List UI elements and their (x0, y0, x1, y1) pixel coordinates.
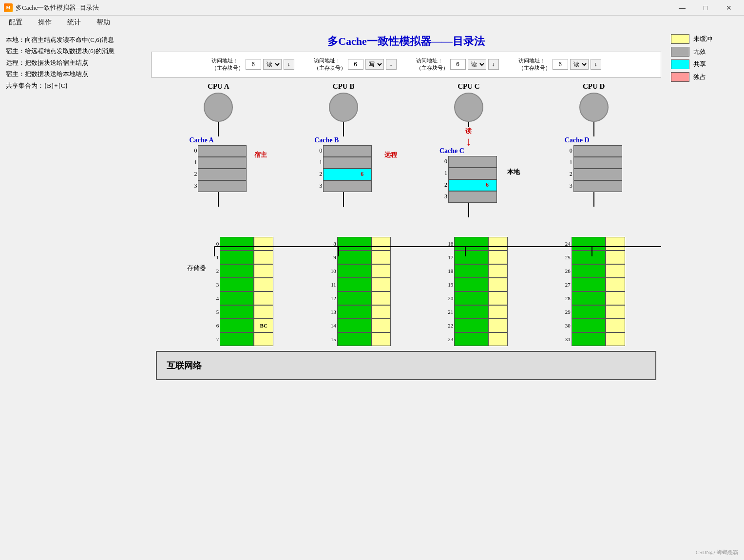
access-group-a: 访问地址：（主存块号） 读写 ↓ (211, 57, 294, 72)
access-select-c[interactable]: 读写 (468, 59, 486, 70)
cpu-d-circle (579, 93, 609, 122)
cache-c-row-2: 6 (448, 179, 497, 191)
access-input-b[interactable] (348, 59, 363, 70)
access-group-b: 访问地址：（主存块号） 读写 ↓ (314, 57, 397, 72)
mem-b-12 (337, 291, 371, 305)
memory-bus-area: 存储器 0 1 2 3 4 5 6 7 (151, 237, 661, 346)
cpu-b-circle (329, 93, 358, 122)
menu-operation[interactable]: 操作 (35, 17, 55, 28)
mem-d-30 (572, 319, 606, 332)
legend-label-shared: 共享 (693, 60, 706, 69)
cache-c-block: 0 1 26 3 (439, 156, 498, 203)
cpu-a-line (218, 122, 219, 136)
mem-d-27 (572, 278, 606, 291)
dir-b-7 (371, 332, 391, 346)
cpu-column-d: CPU D Cache D 0 1 2 3 (565, 82, 623, 217)
mem-d-28 (572, 291, 606, 305)
cache-c-row-0 (448, 156, 497, 168)
access-group-d: 访问地址：（主存块号） 读写 ↓ (518, 57, 601, 72)
maximize-button[interactable]: □ (694, 0, 717, 16)
dir-d-3 (606, 278, 625, 291)
dir-d-2 (606, 264, 625, 278)
access-input-d[interactable] (553, 59, 568, 70)
access-label-b: 访问地址：（主存块号） (314, 57, 346, 72)
dir-d-7 (606, 332, 625, 346)
center-area: 多Cache一致性模拟器——目录法 访问地址：（主存块号） 读写 ↓ 访问地址：… (146, 29, 666, 560)
mem-d-29 (572, 305, 606, 319)
access-btn-a[interactable]: ↓ (284, 59, 294, 70)
cache-b-block: 0 1 26 3 (314, 145, 373, 192)
dir-d-6 (606, 319, 625, 332)
memory-label: 存储器 (187, 264, 206, 272)
mem-a-4 (220, 291, 254, 305)
access-input-a[interactable] (246, 59, 261, 70)
cache-a-label: Cache A (189, 136, 213, 144)
cache-b-row-1 (323, 157, 372, 169)
cpu-column-b: CPU B Cache B 0 1 26 3 远程 (314, 82, 373, 217)
remote-annotation: 远程 (384, 151, 397, 159)
access-select-a[interactable]: 读写 (263, 59, 282, 70)
cache-b-row-2: 6 (323, 169, 372, 180)
bus-lines-svg (151, 237, 661, 256)
page-title: 多Cache一致性模拟器——目录法 (146, 29, 666, 52)
dir-b-4 (371, 291, 391, 305)
cpu-b-label: CPU B (333, 82, 355, 91)
mem-c-21 (454, 305, 488, 319)
cache-c-row-1 (448, 168, 497, 179)
mem-b-10 (337, 264, 371, 278)
mem-c-22 (454, 319, 488, 332)
cache-c-label: Cache C (439, 147, 464, 155)
legend-box-uncached (671, 34, 689, 44)
legend-box-invalid (671, 47, 689, 57)
cache-a-row-2 (198, 169, 247, 180)
access-btn-d[interactable]: ↓ (591, 59, 601, 70)
dir-a-4 (254, 291, 273, 305)
mem-c-19 (454, 278, 488, 291)
legend-box-shared (671, 59, 689, 69)
legend-invalid: 无效 (671, 47, 739, 57)
cache-a-block: 0 1 2 3 (189, 145, 248, 192)
mem-a-7 (220, 332, 254, 346)
menu-help[interactable]: 帮助 (94, 17, 113, 28)
cache-d-block: 0 1 2 3 (565, 145, 623, 192)
mem-b-13 (337, 305, 371, 319)
host-annotation: 宿主 (254, 151, 267, 159)
access-label-d: 访问地址：（主存块号） (518, 57, 551, 72)
dir-a-5 (254, 305, 273, 319)
mem-a-6 (220, 319, 254, 332)
access-select-b[interactable]: 读写 (365, 59, 384, 70)
watermark: CSDN@-蟑螂恶霸 (696, 549, 738, 556)
read-indicator: 读 ↓ (465, 122, 472, 147)
mem-a-5 (220, 305, 254, 319)
close-button[interactable]: ✕ (718, 0, 740, 16)
mem-a-3 (220, 278, 254, 291)
menu-config[interactable]: 配置 (6, 17, 25, 28)
mem-a-2 (220, 264, 254, 278)
local-annotation: 本地 (507, 168, 520, 176)
cache-b-label: Cache B (314, 136, 339, 144)
access-group-c: 访问地址：（主存块号） 读写 ↓ (416, 57, 499, 72)
cpu-a-label: CPU A (208, 82, 229, 91)
access-btn-b[interactable]: ↓ (386, 59, 397, 70)
access-label-c: 访问地址：（主存块号） (416, 57, 448, 72)
access-input-c[interactable] (450, 59, 466, 70)
main-area: 本地：向宿主结点发读不命中(C,6)消息 宿主：给远程结点发取数据块(6)的消息… (0, 29, 744, 560)
minimize-button[interactable]: — (671, 0, 693, 16)
status-line-4: 宿主：把数据块送给本地结点 (6, 68, 140, 79)
access-select-d[interactable]: 读写 (570, 59, 589, 70)
app-icon: M (4, 3, 13, 12)
access-btn-c[interactable]: ↓ (488, 59, 499, 70)
legend-label-invalid: 无效 (693, 47, 706, 56)
mem-b-15 (337, 332, 371, 346)
dir-b-5 (371, 305, 391, 319)
cache-a-row-0 (198, 145, 247, 157)
cpu-column-a: CPU A Cache A 0 1 2 3 宿主 (189, 82, 248, 217)
dir-c-5 (488, 305, 508, 319)
menu-stats[interactable]: 统计 (64, 17, 84, 28)
cpu-c-circle (454, 93, 483, 122)
status-line-1: 本地：向宿主结点发读不命中(C,6)消息 (6, 34, 140, 45)
mem-c-23 (454, 332, 488, 346)
cpu-cache-area: CPU A Cache A 0 1 2 3 宿主 CPU (146, 82, 666, 217)
window-title: 多Cache一致性模拟器--目录法 (16, 3, 99, 12)
cache-d-row-0 (573, 145, 622, 157)
